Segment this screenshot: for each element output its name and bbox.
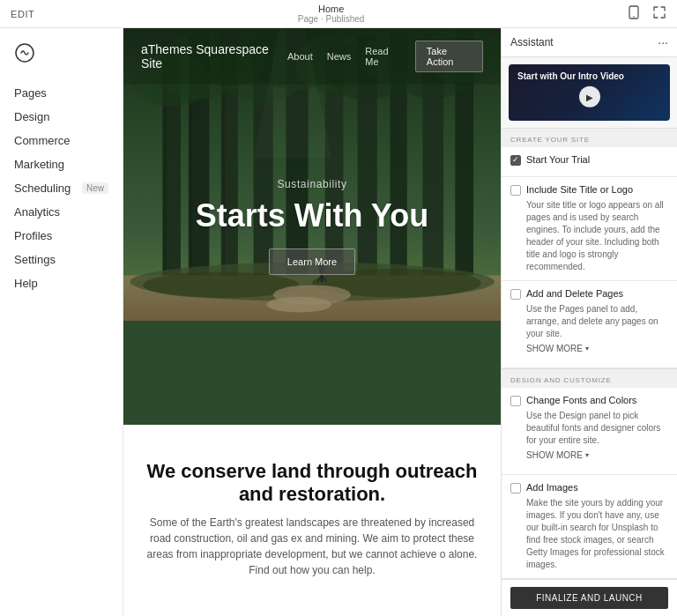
intro-video-thumbnail[interactable]: Start with Our Intro Video ▶ — [509, 64, 670, 121]
preview-nav-logo: aThemes Squarespace Site — [141, 42, 287, 71]
checklist-desc-add-images: Make the site yours by adding your image… — [510, 497, 668, 571]
page-status: Home Page · Published — [298, 4, 365, 24]
checklist-item-start-trial: Start Your Trial — [502, 147, 677, 177]
top-bar-actions — [628, 5, 666, 23]
svg-point-1 — [633, 16, 635, 18]
assistant-panel: Assistant ··· Start with Our Intro Video… — [501, 28, 677, 616]
sidebar-item-help[interactable]: Help — [0, 271, 123, 295]
sidebar-label-scheduling: Scheduling — [14, 182, 71, 195]
finalize-launch-button[interactable]: FINALIZE AND LAUNCH — [510, 587, 668, 609]
hero-section: aThemes Squarespace Site About News Read… — [123, 28, 501, 425]
page-home-label: Home — [318, 4, 344, 14]
assistant-header: Assistant ··· — [502, 28, 677, 57]
preview-nav-about[interactable]: About — [287, 51, 313, 62]
checklist-item-site-title: Include Site Title or Logo Your site tit… — [502, 177, 677, 281]
sidebar-label-commerce: Commerce — [14, 134, 71, 147]
expand-icon[interactable] — [652, 5, 666, 23]
sidebar-label-analytics: Analytics — [14, 205, 60, 219]
preview-nav: aThemes Squarespace Site About News Read… — [123, 28, 501, 85]
hero-title: Starts With You — [123, 197, 501, 234]
checklist-title-site-title: Include Site Title or Logo — [526, 184, 633, 195]
play-button[interactable]: ▶ — [579, 86, 600, 108]
sidebar-label-settings: Settings — [14, 253, 56, 266]
content-area: aThemes Squarespace Site About News Read… — [123, 28, 677, 616]
sidebar-item-pages[interactable]: Pages — [0, 81, 123, 105]
sidebar-item-scheduling[interactable]: Scheduling New — [0, 176, 123, 200]
svg-rect-34 — [321, 274, 324, 282]
sidebar-label-profiles: Profiles — [14, 229, 52, 242]
sidebar-label-pages: Pages — [14, 86, 47, 100]
hero-subtitle: Sustainability — [123, 178, 501, 190]
checklist-item-site-title-header: Include Site Title or Logo — [510, 184, 668, 196]
sidebar-item-analytics[interactable]: Analytics — [0, 200, 123, 224]
chevron-down-icon-2: ▾ — [585, 451, 589, 459]
hero-learn-more-button[interactable]: Learn More — [269, 249, 355, 275]
checkbox-add-pages[interactable] — [510, 289, 521, 300]
checkbox-start-trial[interactable] — [510, 155, 521, 166]
sidebar-item-marketing[interactable]: Marketing — [0, 152, 123, 176]
checklist-title-fonts-colors: Change Fonts and Colors — [526, 395, 636, 405]
website-preview: aThemes Squarespace Site About News Read… — [123, 28, 501, 596]
checklist-item-fonts-colors: Change Fonts and Colors Use the Design p… — [502, 388, 677, 475]
create-site-section-label: CREATE YOUR SITE — [502, 128, 677, 147]
checklist-title-add-pages: Add and Delete Pages — [526, 288, 623, 299]
below-hero-title: We conserve land through outreach and re… — [141, 460, 483, 506]
sidebar-label-help: Help — [14, 277, 38, 290]
checklist-desc-fonts-colors: Use the Design panel to pick beautiful f… — [510, 410, 668, 447]
checkbox-site-title[interactable] — [510, 185, 521, 196]
checklist-desc-site-title: Your site title or logo appears on all p… — [510, 199, 668, 273]
show-more-add-pages-label: SHOW MORE — [526, 344, 583, 353]
checkbox-fonts-colors[interactable] — [510, 396, 521, 406]
show-more-fonts[interactable]: SHOW MORE ▾ — [510, 447, 668, 467]
main-layout: Pages Design Commerce Marketing Scheduli… — [0, 28, 677, 616]
sidebar: Pages Design Commerce Marketing Scheduli… — [0, 28, 123, 616]
checklist-desc-add-pages: Use the Pages panel to add, arrange, and… — [510, 303, 668, 340]
edit-label[interactable]: EDIT — [11, 9, 34, 19]
sidebar-item-profiles[interactable]: Profiles — [0, 224, 123, 248]
play-icon: ▶ — [586, 92, 593, 101]
checklist-title-start-trial: Start Your Trial — [526, 154, 590, 165]
squarespace-logo-icon — [14, 42, 35, 63]
preview-nav-cta[interactable]: Take Action — [415, 41, 483, 72]
show-more-fonts-label: SHOW MORE — [526, 450, 583, 460]
sidebar-label-marketing: Marketing — [14, 158, 64, 171]
checkbox-add-images[interactable] — [510, 483, 521, 494]
sidebar-item-design[interactable]: Design — [0, 105, 123, 129]
preview-nav-readme[interactable]: Read Me — [365, 46, 401, 67]
design-section-label: DESIGN AND CUSTOMIZE — [502, 368, 677, 388]
show-more-add-pages[interactable]: SHOW MORE ▾ — [510, 340, 668, 360]
assistant-menu-icon[interactable]: ··· — [658, 35, 668, 49]
below-hero-section: We conserve land through outreach and re… — [123, 425, 501, 596]
assistant-title: Assistant — [510, 36, 554, 48]
sidebar-label-design: Design — [14, 110, 49, 123]
preview-nav-news[interactable]: News — [327, 51, 352, 62]
top-bar: EDIT Home Page · Published — [0, 0, 677, 28]
sidebar-item-commerce[interactable]: Commerce — [0, 129, 123, 152]
checklist-item-add-pages: Add and Delete Pages Use the Pages panel… — [502, 281, 677, 368]
checklist-title-add-images: Add Images — [526, 482, 578, 493]
sidebar-logo[interactable] — [0, 42, 123, 81]
chevron-down-icon: ▾ — [585, 345, 589, 353]
hero-content: Sustainability Starts With You Learn Mor… — [123, 178, 501, 275]
sidebar-item-settings[interactable]: Settings — [0, 248, 123, 271]
checklist-item-add-pages-header: Add and Delete Pages — [510, 288, 668, 300]
checklist-item-start-trial-header: Start Your Trial — [510, 154, 668, 166]
page-published-status: Page · Published — [298, 14, 365, 24]
preview-area[interactable]: aThemes Squarespace Site About News Read… — [123, 28, 501, 616]
checklist-item-add-images: Add Images Make the site yours by adding… — [502, 475, 677, 579]
svg-point-32 — [266, 297, 331, 313]
scheduling-badge: New — [82, 182, 108, 194]
tablet-icon[interactable] — [628, 5, 642, 23]
below-hero-text: Some of the Earth's greatest landscapes … — [141, 515, 483, 578]
preview-nav-links: About News Read Me Take Action — [287, 41, 483, 72]
checklist-item-add-images-header: Add Images — [510, 482, 668, 494]
finalize-bar: FINALIZE AND LAUNCH — [502, 579, 677, 616]
intro-video-text: Start with Our Intro Video — [517, 71, 624, 81]
checklist-item-fonts-header: Change Fonts and Colors — [510, 395, 668, 406]
